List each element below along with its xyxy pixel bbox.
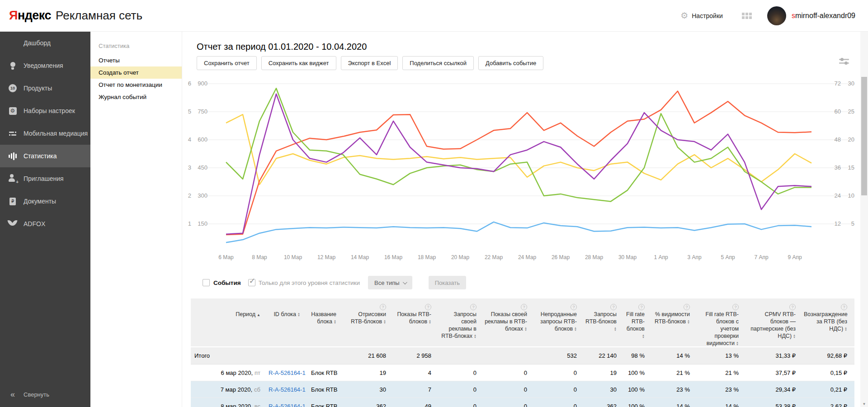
help-icon[interactable]: ?: [789, 304, 796, 310]
help-icon[interactable]: ?: [732, 304, 739, 310]
value-cell: 14 %: [697, 403, 746, 407]
value-cell: 0,21 ₽: [803, 386, 854, 393]
block-id-cell: R-A-526164-1: [268, 369, 307, 376]
sidebar-item-приглашения[interactable]: +Приглашения: [0, 167, 90, 190]
events-checkbox[interactable]: [203, 279, 210, 286]
subnav-item-создать-отчет[interactable]: Создать отчет: [90, 66, 182, 79]
green-series: [226, 88, 811, 201]
help-icon[interactable]: ?: [425, 304, 431, 310]
value-cell: 21 %: [697, 369, 746, 376]
report-table: Период▲ID блока▲▼Название блока▲▼?Отрисо…: [191, 298, 854, 407]
column-header-вознаграждение-за-rtb-без-ндс[interactable]: ?Вознаграждение за RTB (без НДС)▲▼: [803, 298, 854, 346]
help-icon[interactable]: ?: [521, 304, 527, 310]
totals-cell: 98 %: [624, 352, 652, 359]
sidebar-item-уведомления[interactable]: Уведомления: [0, 54, 90, 77]
show-button[interactable]: Показать: [429, 276, 466, 289]
сохранить-как-виджет-button[interactable]: Сохранить как виджет: [261, 56, 336, 70]
totals-label: Итого: [191, 352, 268, 359]
column-header-непроданные-запросы-rtb-блоков[interactable]: ?Непроданные запросы RTB-блоков▲▼: [534, 298, 584, 346]
y-axis-label: 300: [196, 192, 208, 199]
column-header-id-блока[interactable]: ID блока▲▼: [268, 298, 307, 346]
subnav-item-отчет-по-монетизации[interactable]: Отчет по монетизации: [90, 79, 182, 91]
help-icon[interactable]: ?: [380, 304, 386, 310]
subnav-item-журнал-событий[interactable]: Журнал событий: [90, 91, 182, 103]
column-header-отрисовки-rtb-блоков[interactable]: ?Отрисовки RTB-блоков▲▼: [344, 298, 393, 346]
column-header-показы-rtb-блоков[interactable]: ?Показы RTB-блоков▲▼: [393, 298, 439, 346]
help-icon[interactable]: ?: [610, 304, 617, 310]
sort-icon: ▲▼: [474, 334, 476, 339]
column-header-%-видимости-rtb-блоков[interactable]: ?% видимости RTB-блоков▲▼: [652, 298, 697, 346]
sidebar-item-adfox[interactable]: ADFOX: [0, 213, 90, 235]
scrollbar-down-arrow[interactable]: ▼: [860, 402, 868, 406]
help-icon[interactable]: ?: [841, 304, 847, 310]
x-axis-label: 5 Апр: [714, 254, 741, 260]
value-cell: 30: [584, 386, 624, 393]
vertical-scrollbar[interactable]: ▼: [860, 32, 868, 407]
page: Яндекс Рекламная сеть ⚙ Настройки smirno…: [0, 0, 868, 407]
column-header-fill-rate-rtb-блоков-с-учетом-проверки-видимости[interactable]: ?Fill rate RTB-блоков с учетом проверки …: [697, 298, 746, 346]
avatar[interactable]: [767, 6, 786, 25]
block-id-link[interactable]: R-A-526164-1: [269, 403, 306, 407]
поделиться-ссылкой-button[interactable]: Поделиться ссылкой: [402, 56, 474, 70]
column-header-запросы-rtb-блоков[interactable]: ?Запросы RTB-блоков▲▼: [584, 298, 624, 346]
sidebar-item-продукты[interactable]: 10Продукты: [0, 77, 90, 99]
sidebar-item-статистика[interactable]: Статистика: [0, 145, 90, 167]
block-name-cell: Блок RTB: [307, 386, 344, 393]
y-axis-label: 150: [196, 220, 208, 227]
value-cell: 362: [584, 403, 624, 407]
column-header-название-блока[interactable]: Название блока▲▼: [307, 298, 344, 346]
level-checkbox[interactable]: ✓: [248, 279, 255, 286]
column-header-показы-своей-рекламы-в-rtb-блоках[interactable]: ?Показы своей рекламы в RTB-блоках▲▼: [484, 298, 534, 346]
help-icon[interactable]: ?: [638, 304, 645, 310]
column-header-fill-rate-rtb-блоков[interactable]: ?Fill rate RTB-блоков▲▼: [624, 298, 652, 346]
adfox-icon: [8, 219, 18, 229]
sidebar-collapse-button[interactable]: « Свернуть: [0, 385, 90, 403]
sidebar-item-дашборд[interactable]: Дашборд: [0, 32, 90, 54]
sidebar-item-label: ADFOX: [24, 220, 45, 227]
chart-settings-icon[interactable]: [839, 59, 849, 66]
sidebar-item-label: Наборы настроек: [24, 107, 75, 114]
column-header-cpmv-rtb-блоков-партнерские-без-ндс[interactable]: ?CPMV RTB-блоков — партнерские (без НДС)…: [746, 298, 803, 346]
сохранить-отчет-button[interactable]: Сохранить отчет: [197, 56, 257, 70]
column-header-период[interactable]: Период▲: [191, 298, 268, 346]
добавить-событие-button[interactable]: Добавить событие: [478, 56, 543, 70]
scrollbar-thumb[interactable]: [861, 77, 867, 195]
value-cell: 0,15 ₽: [803, 369, 854, 376]
value-cell: 0: [534, 403, 584, 407]
help-icon[interactable]: ?: [470, 304, 476, 310]
y-axis-label: 900: [196, 80, 208, 87]
sidebar-item-наборы-настроек[interactable]: ⚙Наборы настроек: [0, 99, 90, 122]
block-id-link[interactable]: R-A-526164-1: [269, 386, 306, 393]
sort-icon: ▲▼: [334, 320, 336, 324]
totals-cell: 13 %: [697, 352, 746, 359]
column-label: Вознаграждение за RTB (без НДС): [804, 311, 848, 332]
column-label: Показы своей рекламы в RTB-блоках: [485, 311, 527, 332]
event-type-select[interactable]: Все типы: [368, 276, 412, 289]
username[interactable]: smirnoff-alexandr09: [792, 12, 855, 20]
экспорт-в-excel-button[interactable]: Экспорт в Excel: [341, 56, 398, 70]
sort-icon: ▲▼: [642, 334, 645, 339]
sidebar-item-документы[interactable]: ₽Документы: [0, 190, 90, 213]
sidebar-item-label: Дашборд: [24, 39, 51, 47]
sidebar-item-label: Статистика: [24, 152, 57, 160]
dashboard-icon: [8, 38, 18, 48]
help-icon[interactable]: ?: [571, 304, 577, 310]
sidebar-item-мобильная-медиация[interactable]: Мобильная медиация: [0, 122, 90, 145]
help-icon[interactable]: ?: [684, 304, 690, 310]
column-header-запросы-своей-рекламы-в-rtb-блоках[interactable]: ?Запросы своей рекламы в RTB-блоках▲▼: [439, 298, 484, 346]
block-name-cell: Блок RTB: [307, 403, 344, 407]
settings-button[interactable]: ⚙ Настройки: [680, 11, 723, 20]
column-label: ID блока: [274, 311, 296, 317]
subnav-item-отчеты[interactable]: Отчеты: [90, 54, 182, 66]
services-grid-icon[interactable]: [742, 13, 752, 19]
events-label[interactable]: События: [213, 279, 241, 286]
products-icon: 10: [8, 83, 18, 93]
totals-cell: 2 958: [393, 352, 439, 359]
block-id-link[interactable]: R-A-526164-1: [269, 369, 306, 376]
sort-icon: ▲▼: [429, 320, 431, 324]
top-bar: Яндекс Рекламная сеть ⚙ Настройки smirno…: [0, 0, 868, 32]
value-cell: 19: [584, 369, 624, 376]
level-label: Только для этого уровня статистики: [259, 279, 360, 286]
x-axis-label: 14 Мар: [346, 254, 373, 260]
yandex-logo[interactable]: Яндекс Рекламная сеть: [9, 9, 142, 23]
